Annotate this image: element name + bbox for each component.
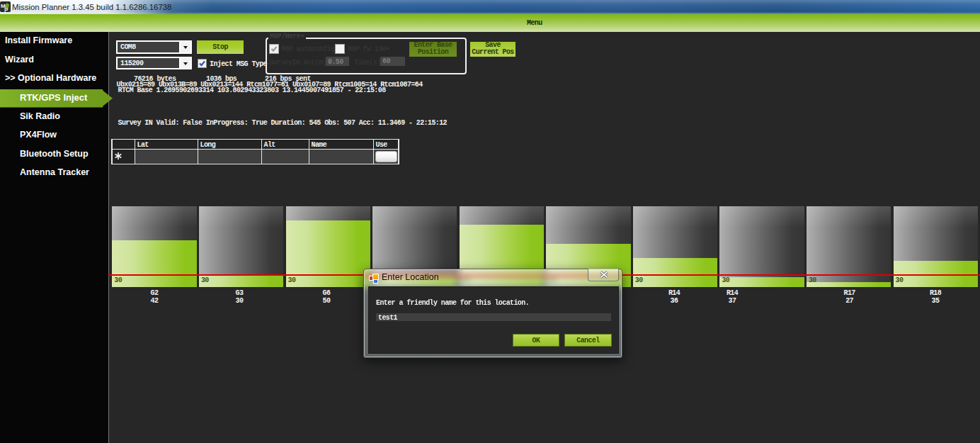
svg-text:p: p: [4, 6, 8, 12]
